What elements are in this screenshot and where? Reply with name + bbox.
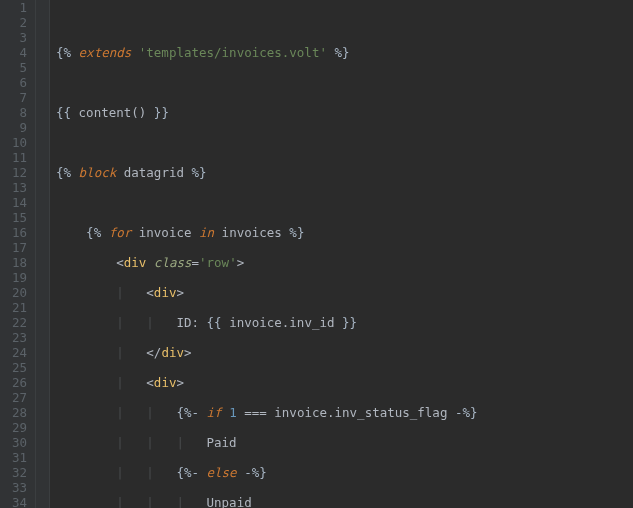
line-number: 26 — [0, 375, 35, 390]
line-number: 33 — [0, 480, 35, 495]
code-line[interactable] — [56, 135, 478, 150]
line-number: 3 — [0, 30, 35, 45]
line-number: 12 — [0, 165, 35, 180]
line-number: 5 — [0, 60, 35, 75]
code-line[interactable]: | | ID: {{ invoice.inv_id }} — [56, 315, 478, 330]
code-editor[interactable]: {% extends 'templates/invoices.volt' %} … — [50, 0, 478, 508]
line-number: 25 — [0, 360, 35, 375]
line-number: 24 — [0, 345, 35, 360]
line-number: 1 — [0, 0, 35, 15]
code-line[interactable]: {% for invoice in invoices %} — [56, 225, 478, 240]
line-number: 30 — [0, 435, 35, 450]
line-number: 29 — [0, 420, 35, 435]
line-number: 2 — [0, 15, 35, 30]
line-number: 23 — [0, 330, 35, 345]
line-number: 7 — [0, 90, 35, 105]
line-number: 18 — [0, 255, 35, 270]
line-number: 21 — [0, 300, 35, 315]
line-number: 20 — [0, 285, 35, 300]
line-number: 28 — [0, 405, 35, 420]
code-line[interactable]: | | | Paid — [56, 435, 478, 450]
line-number: 6 — [0, 75, 35, 90]
code-line[interactable]: | <div> — [56, 285, 478, 300]
line-number: 22 — [0, 315, 35, 330]
code-line[interactable]: {% extends 'templates/invoices.volt' %} — [56, 45, 478, 60]
line-number: 32 — [0, 465, 35, 480]
line-number: 15 — [0, 210, 35, 225]
line-number: 34 — [0, 495, 35, 508]
code-line[interactable]: | | {%- else -%} — [56, 465, 478, 480]
line-number-gutter: 1 2 3 4 5 6 7 8 9 10 11 12 13 14 15 16 1… — [0, 0, 36, 508]
line-number: 13 — [0, 180, 35, 195]
code-line[interactable]: {{ content() }} — [56, 105, 478, 120]
code-line[interactable]: | | | Unpaid — [56, 495, 478, 508]
code-line[interactable] — [56, 75, 478, 90]
line-number: 8 — [0, 105, 35, 120]
code-line[interactable]: | </div> — [56, 345, 478, 360]
code-line[interactable]: | | {%- if 1 === invoice.inv_status_flag… — [56, 405, 478, 420]
code-line[interactable]: {% block datagrid %} — [56, 165, 478, 180]
line-number: 27 — [0, 390, 35, 405]
code-line[interactable] — [56, 15, 478, 30]
fold-gutter — [36, 0, 50, 508]
line-number: 11 — [0, 150, 35, 165]
code-line[interactable]: | <div> — [56, 375, 478, 390]
code-line[interactable]: <div class='row'> — [56, 255, 478, 270]
code-line[interactable] — [56, 195, 478, 210]
line-number: 10 — [0, 135, 35, 150]
line-number: 31 — [0, 450, 35, 465]
line-number: 14 — [0, 195, 35, 210]
line-number: 17 — [0, 240, 35, 255]
line-number: 19 — [0, 270, 35, 285]
line-number: 16 — [0, 225, 35, 240]
line-number: 9 — [0, 120, 35, 135]
line-number: 4 — [0, 45, 35, 60]
